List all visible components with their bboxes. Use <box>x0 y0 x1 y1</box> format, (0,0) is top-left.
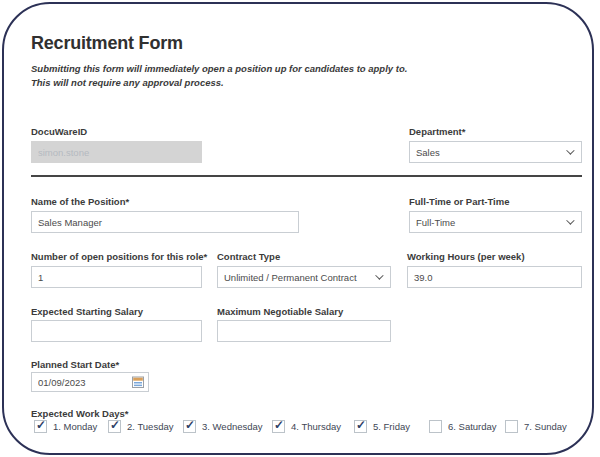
contract-type-selected-value: Unlimited / Permanent Contract <box>224 272 357 283</box>
starting-salary-field[interactable] <box>31 320 202 342</box>
workday-item-wednesday: 3. Wednesday <box>183 420 263 433</box>
workday-label-wednesday: 3. Wednesday <box>202 421 263 432</box>
start-date-wrap <box>31 372 149 392</box>
position-name-label: Name of the Position* <box>31 196 129 207</box>
open-positions-field[interactable] <box>31 266 202 288</box>
workday-checkbox-sunday[interactable] <box>505 420 518 433</box>
working-hours-field[interactable] <box>407 266 582 288</box>
workday-label-thursday: 4. Thursday <box>291 421 341 432</box>
start-date-label: Planned Start Date* <box>31 359 119 370</box>
chevron-down-icon <box>566 216 574 224</box>
max-salary-field[interactable] <box>217 320 391 342</box>
workday-label-monday: 1. Monday <box>53 421 97 432</box>
max-salary-label: Maximum Negotiable Salary <box>217 306 343 317</box>
form-description-line1: Submitting this form will immediately op… <box>31 62 407 76</box>
workday-item-friday: 5. Friday <box>354 420 410 433</box>
working-hours-label: Working Hours (per week) <box>407 251 525 262</box>
workday-checkbox-saturday[interactable] <box>429 420 442 433</box>
form-description: Submitting this form will immediately op… <box>31 62 407 89</box>
starting-salary-label: Expected Starting Salary <box>31 306 143 317</box>
department-select[interactable]: Sales <box>409 141 582 163</box>
employment-type-label: Full-Time or Part-Time <box>409 196 509 207</box>
workday-label-friday: 5. Friday <box>373 421 410 432</box>
department-label: Department* <box>409 126 466 137</box>
workday-item-thursday: 4. Thursday <box>272 420 341 433</box>
chevron-down-icon <box>566 146 574 154</box>
workday-checkbox-wednesday[interactable] <box>183 420 196 433</box>
docuware-id-field <box>31 141 202 163</box>
workday-checkbox-monday[interactable] <box>34 420 47 433</box>
workday-item-saturday: 6. Saturday <box>429 420 497 433</box>
docuware-id-label: DocuWareID <box>31 126 87 137</box>
workday-item-sunday: 7. Sunday <box>505 420 567 433</box>
section-divider <box>31 175 582 177</box>
page-title: Recruitment Form <box>31 33 183 54</box>
workday-item-tuesday: 2. Tuesday <box>108 420 173 433</box>
workday-label-sunday: 7. Sunday <box>524 421 567 432</box>
form-description-line2: This will not require any approval proce… <box>31 76 407 90</box>
contract-type-label: Contract Type <box>217 251 280 262</box>
position-name-field[interactable] <box>31 211 299 233</box>
workday-item-monday: 1. Monday <box>34 420 97 433</box>
employment-type-select[interactable]: Full-Time <box>409 211 582 233</box>
workday-checkbox-tuesday[interactable] <box>108 420 121 433</box>
calendar-icon[interactable] <box>132 376 144 388</box>
workday-checkbox-thursday[interactable] <box>272 420 285 433</box>
chevron-down-icon <box>375 271 383 279</box>
workday-label-saturday: 6. Saturday <box>448 421 497 432</box>
workday-checkbox-friday[interactable] <box>354 420 367 433</box>
contract-type-select[interactable]: Unlimited / Permanent Contract <box>217 266 391 288</box>
workday-label-tuesday: 2. Tuesday <box>127 421 173 432</box>
department-selected-value: Sales <box>416 147 440 158</box>
open-positions-label: Number of open positions for this role* <box>31 251 207 262</box>
recruitment-form-card: Recruitment Form Submitting this form wi… <box>2 2 594 455</box>
employment-type-selected-value: Full-Time <box>416 217 455 228</box>
